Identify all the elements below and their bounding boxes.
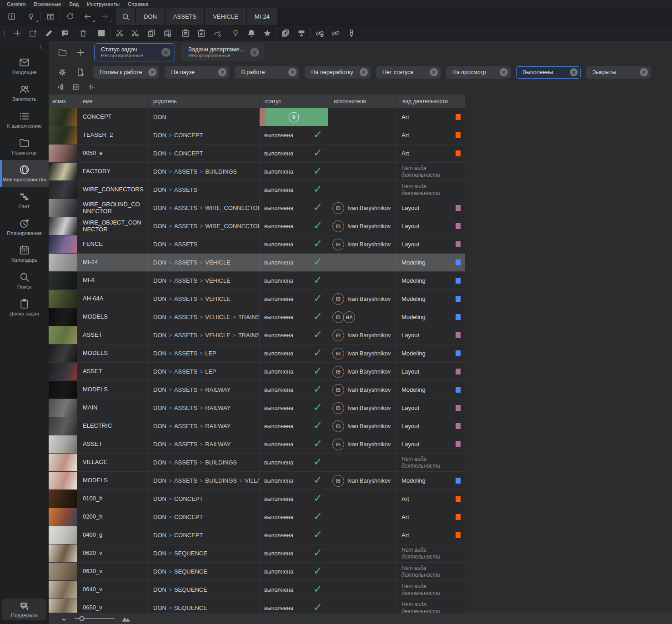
filter-chip-remove-button[interactable]: ✕ <box>288 68 296 76</box>
new-tab-button[interactable] <box>73 45 88 60</box>
zoom-out-thumbs-icon[interactable] <box>60 614 68 622</box>
copy-button[interactable] <box>143 27 159 40</box>
refresh-button[interactable] <box>61 10 79 24</box>
sidebar-item-search[interactable]: Поиск <box>0 267 49 294</box>
bell-button[interactable] <box>243 27 259 40</box>
alert-panel-button[interactable] <box>3 10 20 24</box>
column-header-2[interactable]: родитель <box>148 95 260 108</box>
breadcrumb-item-don[interactable]: DON <box>135 8 165 25</box>
sidebar-item-todo-list[interactable]: К выполнению <box>0 106 49 133</box>
paste-button[interactable] <box>177 27 193 40</box>
column-header-1[interactable]: имя <box>77 95 148 108</box>
trash-button[interactable] <box>75 27 91 40</box>
thumbnail-size-slider[interactable] <box>75 618 115 619</box>
breadcrumb-item-vehicle[interactable]: VEHICLE <box>204 8 246 25</box>
task-row-0650_v[interactable]: 0650_vDON>SEQUENCEвыполнена✓Нет вида дея… <box>49 599 465 613</box>
idea-bulb-button[interactable] <box>22 10 40 24</box>
filter-settings-button[interactable] <box>88 83 95 93</box>
pencil-button[interactable] <box>41 27 57 40</box>
comment-forward-button[interactable] <box>57 27 73 40</box>
tree-view-button[interactable] <box>57 83 65 93</box>
task-row-asset[interactable]: ASSETDON>ASSETS>LEPвыполнена✓IBIvan Bary… <box>49 363 465 381</box>
task-row-models[interactable]: MODELSDON>ASSETS>BUILDINGS>VILLAGEвыполн… <box>49 472 465 490</box>
task-row-ah-64a[interactable]: AH-64ADON>ASSETS>VEHICLEвыполнена✓IBIvan… <box>49 290 465 308</box>
filter-chip-remove-button[interactable]: ✕ <box>360 68 368 76</box>
tab-close-button[interactable]: ✕ <box>161 48 171 57</box>
column-header-3[interactable]: статус <box>260 95 328 108</box>
scissors-button[interactable] <box>111 27 127 40</box>
task-row-models[interactable]: MODELSDON>ASSETS>LEPвыполнена✓IBIvan Bar… <box>49 344 465 363</box>
menu-item-1[interactable]: Вселенные <box>30 1 65 7</box>
bulb-button[interactable] <box>227 27 243 40</box>
archive-button[interactable] <box>93 27 109 40</box>
column-header-5[interactable]: вид деятельности <box>397 95 465 108</box>
plus-button[interactable] <box>9 27 25 40</box>
add-box-button[interactable] <box>25 27 41 40</box>
filter-chip[interactable]: В работе✕ <box>235 66 299 79</box>
breadcrumb-item-mi-24[interactable]: MI-24 <box>246 8 277 25</box>
menu-item-0[interactable]: Cerebro <box>3 1 30 7</box>
task-row-asset[interactable]: ASSETDON>ASSETS>RAILWAYвыполнена✓IBIvan … <box>49 435 465 454</box>
filter-chip[interactable]: Готовы к работе✕ <box>93 66 159 79</box>
zoom-in-thumbs-icon[interactable] <box>121 613 131 624</box>
star-button[interactable] <box>259 27 275 40</box>
filter-chip[interactable]: На паузе✕ <box>165 66 229 79</box>
filter-settings-button[interactable] <box>55 65 70 79</box>
task-row-fence[interactable]: FENCEDON>ASSETSвыполнена✓IBIvan Baryshni… <box>49 235 465 254</box>
task-row-0050_e[interactable]: 0050_eDON>CONCEPTвыполнена✓Art <box>49 145 465 163</box>
task-row-0100_h[interactable]: 0100_hDON>CONCEPTвыполнена✓Art <box>49 490 465 508</box>
search-button[interactable] <box>116 8 135 25</box>
sidebar-item-calendar[interactable]: Календарь <box>0 240 49 267</box>
grid-view-button[interactable] <box>72 83 80 93</box>
filter-chip[interactable]: Зыкрыты✕ <box>586 66 651 79</box>
task-row-factory[interactable]: FACTORYDON>ASSETS>BUILDINGSвыполнена✓Нет… <box>49 163 465 181</box>
task-row-models[interactable]: MODELSDON>ASSETS>VEHICLE>TRAINSвыполнена… <box>49 308 465 326</box>
add-filter-button[interactable] <box>73 65 88 79</box>
sidebar-item-clipboard[interactable]: Доска задач <box>0 294 49 321</box>
sidebar-item-people[interactable]: Занятость <box>0 80 49 106</box>
tab-close-button[interactable]: ✕ <box>250 48 259 57</box>
column-header-0[interactable]: эскиз <box>49 95 77 108</box>
filter-chip[interactable]: На переработку✕ <box>305 66 370 79</box>
task-row-models[interactable]: MODELSDON>ASSETS>RAILWAYвыполнена✓IBIvan… <box>49 381 465 399</box>
filter-chip-remove-button[interactable]: ✕ <box>500 68 508 76</box>
filter-chip[interactable]: Нет статуса✕ <box>376 66 441 79</box>
menu-item-4[interactable]: Справка <box>124 1 152 7</box>
task-row-village[interactable]: VILLAGEDON>ASSETS>BUILDINGSвыполнена✓Нет… <box>49 454 465 472</box>
breadcrumb-item-assets[interactable]: ASSETS <box>165 8 204 25</box>
task-row-wire_ground_connector[interactable]: WIRE_GROUND_CONNECTORDON>ASSETS>WIRE_CON… <box>49 199 465 217</box>
task-row-0630_v[interactable]: 0630_vDON>SEQUENCEвыполнена✓Нет вида дея… <box>49 563 465 581</box>
filter-chip[interactable]: Выполнены✕ <box>516 66 581 79</box>
tab-1[interactable]: Задачи департаме…Несортированные✕ <box>181 43 264 61</box>
filter-chip-remove-button[interactable]: ✕ <box>570 68 578 76</box>
task-row-wire_connectors[interactable]: WIRE_CONNECTORSDON>ASSETSвыполнена✓Нет в… <box>49 181 465 199</box>
sidebar-item-globe[interactable]: Моё пространство <box>0 160 49 187</box>
filter-chip-remove-button[interactable]: ✕ <box>148 68 156 76</box>
task-row-wire_object_connector[interactable]: WIRE_OBJECT_CONNECTORDON>ASSETS>WIRE_CON… <box>49 217 465 235</box>
task-row-0400_g[interactable]: 0400_gDON>CONCEPTвыполнена✓Art <box>49 526 465 544</box>
slider-knob[interactable] <box>79 616 84 621</box>
sidebar-item-mail[interactable]: Входящие <box>0 53 49 80</box>
task-row-mi-24[interactable]: MI-24DON>ASSETS>VEHICLEвыполнена✓Modelin… <box>49 254 465 272</box>
filter-chip-remove-button[interactable]: ✕ <box>640 68 648 76</box>
sidebar-item-clock-plus[interactable]: Планирование <box>0 214 49 240</box>
sidebar-item-gantt[interactable]: Гант <box>0 187 49 214</box>
task-row-0200_h[interactable]: 0200_hDON>CONCEPTвыполнена✓Art <box>49 508 465 526</box>
stamp-button[interactable] <box>293 27 309 40</box>
dual-panel-button[interactable] <box>42 10 59 24</box>
copy-stack-button[interactable] <box>277 27 293 40</box>
task-row-concept[interactable]: CONCEPTDON9Art <box>49 108 465 126</box>
back-arrow-button[interactable] <box>79 10 96 24</box>
task-row-main[interactable]: MAINDON>ASSETS>RAILWAYвыполнена✓IBIvan B… <box>49 399 465 417</box>
scissors-arrow-button[interactable] <box>127 27 143 40</box>
copy-link-button[interactable] <box>159 27 175 40</box>
task-row-0640_v[interactable]: 0640_vDON>SEQUENCEвыполнена✓Нет вида дея… <box>49 581 465 599</box>
filter-chip-remove-button[interactable]: ✕ <box>430 68 438 76</box>
task-row-mi-8[interactable]: MI-8DON>ASSETS>VEHICLEвыполнена✓Modeling <box>49 272 465 290</box>
filter-chip[interactable]: На просмотр✕ <box>446 66 511 79</box>
sidebar-item-folder[interactable]: Навигатор <box>0 133 49 160</box>
sidebar-collapse[interactable] <box>0 41 49 53</box>
task-row-0620_v[interactable]: 0620_vDON>SEQUENCEвыполнена✓Нет вида дея… <box>49 544 465 563</box>
task-row-electric[interactable]: ELECTRICDON>ASSETS>RAILWAYвыполнена✓IBIv… <box>49 417 465 435</box>
menu-item-2[interactable]: Вид <box>65 1 83 7</box>
